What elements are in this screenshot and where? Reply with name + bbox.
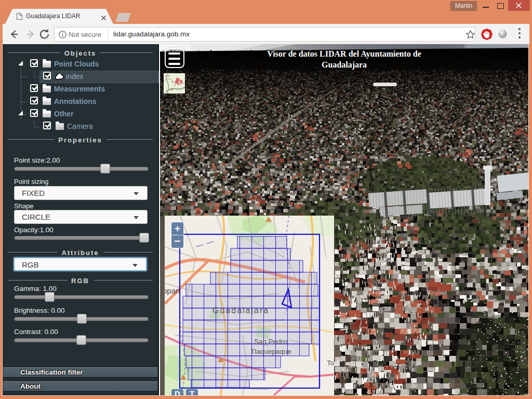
svg-text:San Pedro: San Pedro — [254, 338, 287, 345]
svg-text:opan: opan — [165, 286, 180, 295]
svg-text:To: To — [327, 359, 334, 367]
svg-text:Tlaquepaque: Tlaquepaque — [250, 348, 291, 355]
svg-text:Guadalajara: Guadalajara — [212, 306, 269, 315]
